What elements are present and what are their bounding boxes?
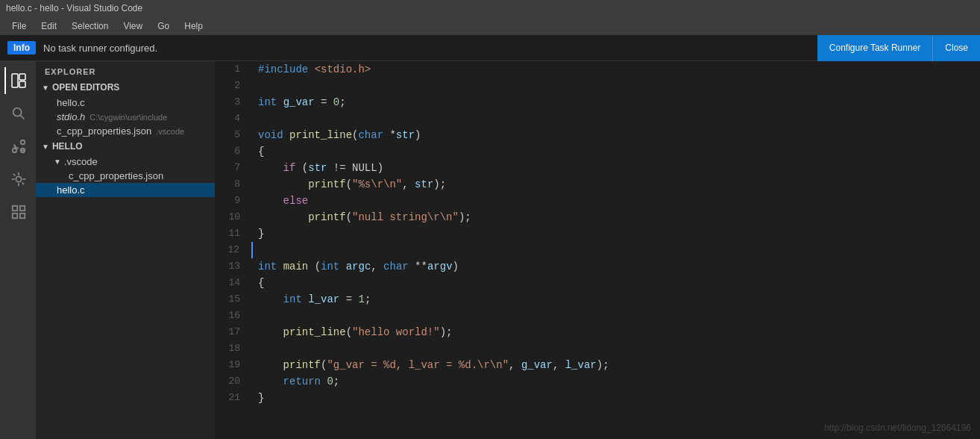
line-12: 12 — [215, 242, 980, 258]
line-code-11: } — [252, 225, 980, 242]
open-file-name-3: c_cpp_properties.json — [57, 125, 151, 137]
watermark: http://blog.csdn.net/lidong_12664196 — [824, 423, 971, 433]
line-code-10: printf("null string\r\n"); — [252, 209, 980, 225]
line-21: 21 } — [215, 390, 980, 406]
hello-label: HELLO — [52, 141, 83, 152]
line-num-19: 19 — [215, 357, 252, 373]
line-num-3: 3 — [215, 94, 252, 110]
svg-rect-18 — [13, 214, 17, 218]
line-num-17: 17 — [215, 324, 252, 340]
line-num-9: 9 — [215, 193, 252, 209]
svg-point-5 — [13, 149, 17, 153]
svg-line-12 — [13, 174, 16, 176]
line-num-15: 15 — [215, 291, 252, 308]
svg-rect-19 — [20, 214, 25, 218]
debug-activity-icon[interactable] — [4, 166, 31, 193]
vscode-folder-name: .vscode — [64, 156, 98, 167]
c-cpp-properties-name: c_cpp_properties.json — [69, 170, 163, 181]
line-3: 3 int g_var = 0; — [215, 94, 980, 110]
svg-rect-1 — [19, 74, 25, 80]
line-num-6: 6 — [215, 143, 252, 160]
hello-section[interactable]: ▼ HELLO — [36, 138, 215, 155]
line-code-14: { — [252, 275, 980, 291]
menu-view[interactable]: View — [117, 19, 148, 33]
menu-file[interactable]: File — [6, 19, 32, 33]
configure-task-runner-button[interactable]: Configure Task Runner — [817, 35, 933, 61]
line-num-10: 10 — [215, 209, 252, 225]
line-2: 2 — [215, 78, 980, 94]
line-code-13: int main (int argc, char **argv) — [252, 258, 980, 275]
open-file-name: hello.c — [57, 97, 85, 108]
line-9: 9 else — [215, 193, 980, 209]
menu-bar: File Edit Selection View Go Help — [0, 16, 980, 35]
explorer-activity-icon[interactable] — [4, 67, 31, 94]
line-19: 19 printf("g_var = %d, l_var = %d.\r\n",… — [215, 357, 980, 373]
notification-close-button[interactable]: Close — [932, 35, 980, 61]
line-code-15: int l_var = 1; — [252, 291, 980, 308]
info-badge: Info — [7, 41, 36, 55]
open-file-name-2: stdio.h — [57, 111, 85, 122]
line-5: 5 void print_line(char *str) — [215, 127, 980, 143]
line-code-1: #include <stdio.h> — [252, 61, 980, 78]
line-code-4 — [252, 110, 980, 127]
line-num-13: 13 — [215, 258, 252, 275]
git-activity-icon[interactable] — [4, 133, 31, 160]
line-num-12: 12 — [215, 242, 252, 258]
line-code-21: } — [252, 390, 980, 406]
svg-point-9 — [16, 176, 21, 181]
notification-left: Info No task runner configured. — [0, 41, 157, 55]
line-code-3: int g_var = 0; — [252, 94, 980, 110]
line-10: 10 printf("null string\r\n"); — [215, 209, 980, 225]
line-6: 6 { — [215, 143, 980, 160]
open-editors-section[interactable]: ▼ OPEN EDITORS — [36, 79, 215, 96]
line-num-2: 2 — [215, 78, 252, 94]
line-code-8: printf("%s\r\n", str); — [252, 176, 980, 193]
hello-c-file[interactable]: hello.c — [36, 183, 215, 197]
line-num-8: 8 — [215, 176, 252, 193]
line-4: 4 — [215, 110, 980, 127]
line-15: 15 int l_var = 1; — [215, 291, 980, 308]
line-7: 7 if (str != NULL) — [215, 160, 980, 176]
hello-c-name: hello.c — [57, 184, 85, 196]
line-num-20: 20 — [215, 373, 252, 390]
open-editor-stdio-h[interactable]: stdio.h C:\cygwin\usr\include — [36, 110, 215, 124]
svg-line-4 — [20, 115, 24, 119]
line-code-17: print_line("hello world!"); — [252, 324, 980, 340]
line-num-4: 4 — [215, 110, 252, 127]
vscode-folder[interactable]: ▼ .vscode — [36, 155, 215, 169]
title-bar: hello.c - hello - Visual Studio Code — [0, 0, 980, 16]
line-code-19: printf("g_var = %d, l_var = %d.\r\n", g_… — [252, 357, 980, 373]
notification-right: Configure Task Runner Close — [817, 35, 980, 61]
open-editor-hello-c[interactable]: hello.c — [36, 96, 215, 110]
line-code-2 — [252, 78, 980, 94]
line-num-21: 21 — [215, 390, 252, 406]
line-num-5: 5 — [215, 127, 252, 143]
menu-help[interactable]: Help — [178, 19, 209, 33]
line-1: 1 #include <stdio.h> — [215, 61, 980, 78]
menu-go[interactable]: Go — [151, 19, 175, 33]
line-num-11: 11 — [215, 225, 252, 242]
vscode-folder-arrow: ▼ — [54, 158, 61, 166]
svg-rect-0 — [12, 74, 18, 87]
menu-selection[interactable]: Selection — [66, 19, 114, 33]
open-editors-arrow: ▼ — [42, 84, 49, 92]
line-code-5: void print_line(char *str) — [252, 127, 980, 143]
code-editor[interactable]: 1 #include <stdio.h> 2 3 int g_var = 0; … — [215, 61, 980, 439]
title-text: hello.c - hello - Visual Studio Code — [6, 3, 142, 13]
c-cpp-properties-file[interactable]: c_cpp_properties.json — [36, 169, 215, 183]
svg-point-3 — [13, 108, 22, 116]
line-num-16: 16 — [215, 308, 252, 324]
activity-bar — [0, 61, 36, 439]
sidebar: Explorer ▼ OPEN EDITORS hello.c stdio.h … — [36, 61, 215, 439]
extensions-activity-icon[interactable] — [4, 199, 31, 225]
line-14: 14 { — [215, 275, 980, 291]
open-editor-c-cpp-json[interactable]: c_cpp_properties.json .vscode — [36, 124, 215, 138]
line-code-16 — [252, 308, 980, 324]
main-content: Explorer ▼ OPEN EDITORS hello.c stdio.h … — [0, 61, 980, 439]
line-17: 17 print_line("hello world!"); — [215, 324, 980, 340]
svg-line-13 — [22, 183, 25, 185]
svg-rect-2 — [19, 81, 25, 87]
menu-edit[interactable]: Edit — [35, 19, 63, 33]
line-16: 16 — [215, 308, 980, 324]
search-activity-icon[interactable] — [4, 100, 31, 127]
